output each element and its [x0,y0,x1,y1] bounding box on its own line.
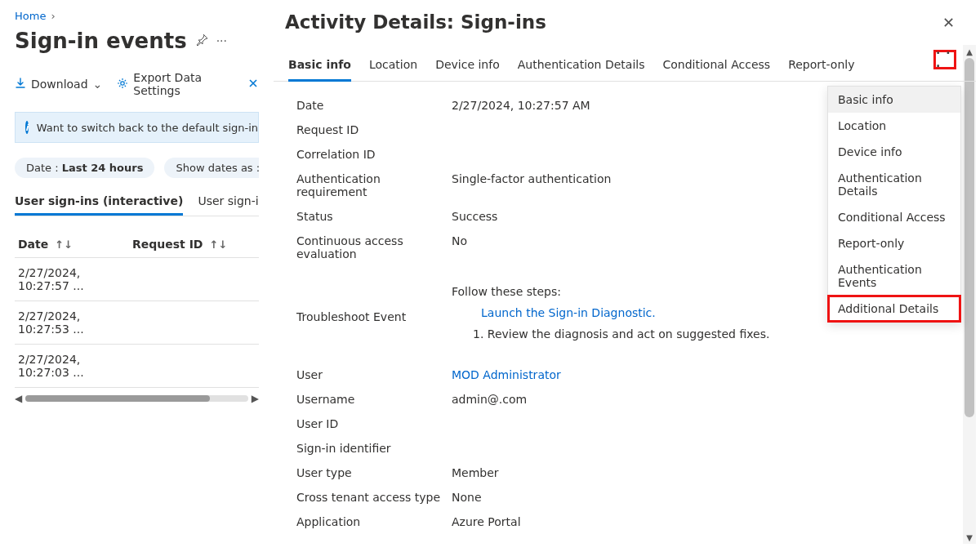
field-application-val: Azure Portal [452,515,961,528]
scroll-track[interactable] [25,395,248,402]
field-crosstenant-key: Cross tenant access type [296,491,452,504]
menu-item-conditional-access[interactable]: Conditional Access [828,204,960,230]
close-icon[interactable]: ✕ [942,14,955,31]
menu-item-auth-events[interactable]: Authentication Events [828,256,960,296]
field-signinident-val [452,442,961,455]
pin-icon[interactable] [195,33,208,49]
field-requestid-key: Request ID [296,123,452,136]
chip-showdates-prefix: Show dates as : [176,162,259,174]
filter-chip-showdates[interactable]: Show dates as : Local [164,158,259,178]
gear-icon [117,78,128,91]
field-date-key: Date [296,99,452,112]
filter-chips: Date : Last 24 hours Show dates as : Loc… [15,158,259,178]
table-row[interactable]: 2/27/2024, 10:27:03 ... [15,345,259,388]
info-banner: i Want to switch back to the default sig… [15,112,259,143]
sub-tab-interactive[interactable]: User sign-ins (interactive) [15,189,183,216]
field-status-key: Status [296,210,452,223]
sub-tabs: User sign-ins (interactive) User sign-in… [15,189,259,216]
svg-point-0 [121,81,124,84]
chevron-right-icon: › [51,10,55,22]
cell-date: 2/27/2024, 10:27:03 ... [18,353,132,379]
field-username-val: admin@.com [452,393,961,406]
cell-request [132,353,256,379]
download-button[interactable]: Download ⌄ [15,78,102,91]
detail-title: Activity Details: Sign-ins [285,11,546,33]
cell-date: 2/27/2024, 10:27:53 ... [18,309,132,336]
field-authreq-key: Authentication requirement [296,172,452,198]
download-icon [15,78,26,91]
field-user-key: User [296,368,452,381]
launch-diagnostic-link[interactable]: Launch the Sign-in Diagnostic. [481,306,656,319]
sort-icon: ↑↓ [55,238,73,251]
field-userid-val [452,417,961,430]
field-usertype-val: Member [452,466,961,479]
cell-date: 2/27/2024, 10:27:57 ... [18,266,132,292]
field-user-val[interactable]: MOD Administrator [452,368,561,381]
table-header: Date ↑↓ Request ID ↑↓ [15,231,259,258]
scroll-down-icon[interactable]: ▼ [963,531,976,544]
page-title-row: Sign-in events ··· [15,29,259,53]
col-header-request[interactable]: Request ID ↑↓ [132,238,256,251]
field-usertype-key: User type [296,466,452,479]
download-label: Download [31,78,88,91]
field-crosstenant-val: None [452,491,961,504]
chip-date-value: Last 24 hours [62,162,144,174]
toolbar: Download ⌄ Export Data Settings [15,71,259,97]
signins-table: Date ↑↓ Request ID ↑↓ 2/27/2024, 10:27:5… [15,231,259,404]
page-title: Sign-in events [15,29,187,53]
field-signinident-key: Sign-in identifier [296,442,452,455]
tab-device-info[interactable]: Device info [435,53,500,81]
tab-basic-info[interactable]: Basic info [288,53,351,82]
left-pane: Home › Sign-in events ··· Download ⌄ Exp… [0,0,274,552]
detail-panel: Activity Details: Sign-ins ✕ ▲ ▼ Basic i… [274,0,976,552]
detail-tabs: Basic info Location Device info Authenti… [274,45,976,82]
detail-body: ▲ ▼ Basic info Location Device info Auth… [274,44,976,544]
field-correlationid-key: Correlation ID [296,148,452,161]
menu-item-device-info[interactable]: Device info [828,139,960,165]
field-username-key: Username [296,393,452,406]
menu-item-auth-details[interactable]: Authentication Details [828,165,960,204]
scroll-thumb[interactable] [964,58,974,417]
info-icon: i [25,121,29,134]
tool-icon[interactable] [247,78,259,91]
col-header-request-label: Request ID [132,238,203,251]
sort-icon: ↑↓ [210,238,228,251]
scroll-left-icon[interactable]: ◀ [15,393,22,404]
chip-date-prefix: Date : [26,162,62,174]
detail-header: Activity Details: Sign-ins ✕ [274,0,976,44]
horizontal-scrollbar[interactable]: ◀ ▶ [15,393,259,404]
table-row[interactable]: 2/27/2024, 10:27:57 ... [15,258,259,301]
filter-chip-date[interactable]: Date : Last 24 hours [15,158,154,178]
tab-report-only[interactable]: Report-only [788,53,854,81]
step-1: 1. Review the diagnosis and act on sugge… [452,327,961,341]
breadcrumb: Home › [15,10,259,22]
tab-location[interactable]: Location [369,53,417,81]
menu-item-location[interactable]: Location [828,113,960,139]
info-banner-text: Want to switch back to the default sign-… [37,122,259,134]
table-row[interactable]: 2/27/2024, 10:27:53 ... [15,301,259,345]
menu-item-report-only[interactable]: Report-only [828,230,960,256]
col-header-date-label: Date [18,238,48,251]
tab-overflow-button[interactable]: · · · [933,50,956,69]
col-header-date[interactable]: Date ↑↓ [18,238,132,251]
tab-conditional-access[interactable]: Conditional Access [662,53,770,81]
sub-tab-noninteractive[interactable]: User sign-ins (non-interactive) [198,189,259,216]
cell-request [132,266,256,292]
field-cae-key: Continuous access evaluation [296,234,452,260]
menu-item-basic-info[interactable]: Basic info [828,87,960,113]
tab-auth-details[interactable]: Authentication Details [518,53,645,81]
export-settings-button[interactable]: Export Data Settings [117,71,233,97]
vertical-scrollbar[interactable]: ▲ ▼ [963,45,976,544]
field-application-key: Application [296,515,452,528]
scroll-right-icon[interactable]: ▶ [252,393,259,404]
tab-overflow-menu: Basic info Location Device info Authenti… [827,86,961,323]
export-settings-label: Export Data Settings [133,71,233,97]
menu-item-additional-details[interactable]: Additional Details [827,295,961,323]
scroll-thumb[interactable] [25,395,210,402]
more-icon[interactable]: ··· [216,34,227,47]
chevron-down-icon: ⌄ [93,78,103,91]
breadcrumb-home[interactable]: Home [15,10,46,22]
field-troubleshoot-key: Troubleshoot Event [296,310,452,323]
field-userid-key: User ID [296,417,452,430]
cell-request [132,309,256,336]
